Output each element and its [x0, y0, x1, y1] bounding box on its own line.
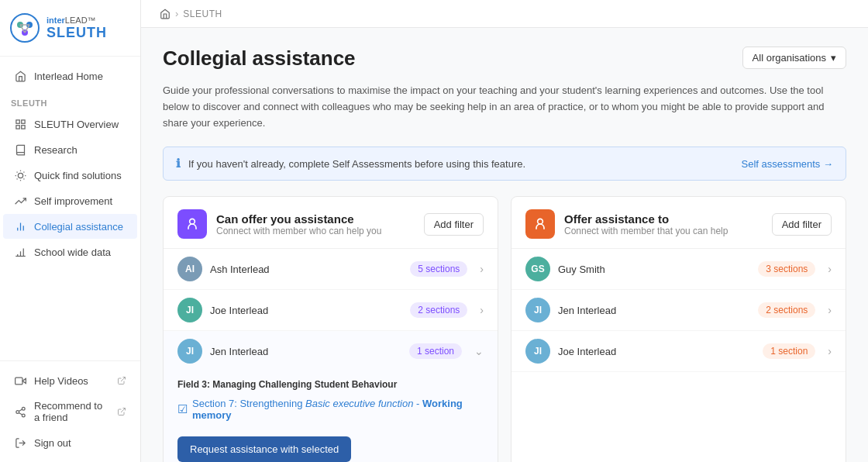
sidebar-item-label: Interlead Home: [34, 71, 103, 82]
svg-rect-28: [15, 378, 22, 384]
svg-line-35: [121, 409, 126, 413]
chevron-right-icon: ›: [828, 345, 832, 357]
person-name: Joe Interlead: [558, 346, 755, 357]
person-name: Ash Interlead: [210, 264, 402, 275]
org-selector[interactable]: All organisations ▾: [742, 47, 846, 69]
info-banner: ℹ If you haven't already, complete Self …: [163, 147, 846, 181]
right-card-header: Offer assistance to Connect with member …: [512, 197, 846, 249]
share-icon: [14, 405, 26, 418]
right-card-header-left: Offer assistance to Connect with member …: [525, 209, 728, 239]
banner-text: If you haven't already, complete Self As…: [188, 158, 525, 170]
chevron-right-icon: ›: [480, 263, 484, 275]
left-person-row-2[interactable]: JI Jen Interlead 1 section ⌄: [164, 331, 498, 371]
section-link-text[interactable]: Section 7: Strengthening Basic executive…: [192, 398, 484, 421]
svg-point-30: [22, 407, 25, 410]
svg-marker-27: [22, 378, 26, 383]
expanded-content: Field 3: Managing Challenging Student Be…: [164, 371, 498, 462]
external-link-icon: [117, 407, 126, 416]
logo: interLEAD™ SLEUTH: [0, 0, 140, 57]
svg-line-14: [16, 171, 17, 172]
sidebar-item-research[interactable]: Research: [3, 137, 137, 162]
sections-badge: 2 sections: [410, 302, 467, 318]
left-person-row-1[interactable]: JI Joe Interlead 2 sections ›: [164, 290, 498, 331]
sidebar-bottom-nav: Help Videos Recommend to a friend Sign o…: [0, 360, 140, 462]
svg-line-15: [23, 178, 24, 179]
svg-point-31: [16, 410, 19, 413]
svg-point-37: [190, 219, 195, 225]
sidebar-item-collegial-assistance[interactable]: Collegial assistance: [3, 214, 137, 239]
sidebar-item-help-videos[interactable]: Help Videos: [3, 368, 137, 393]
page-description: Guide your professional conversations to…: [163, 83, 846, 131]
right-person-row-1[interactable]: JI Jen Interlead 2 sections ›: [512, 290, 846, 331]
sidebar-item-label: Research: [34, 144, 78, 156]
bar-chart-icon: [14, 220, 26, 233]
chevron-right-icon: ›: [828, 263, 832, 275]
right-card-icon: [525, 209, 555, 239]
page-header: Collegial assistance All organisations ▾: [163, 47, 846, 71]
sidebar-item-recommend[interactable]: Recommend to a friend: [3, 394, 137, 429]
left-card-header-left: Can offer you assistance Connect with me…: [177, 209, 381, 239]
chevron-down-icon: ▾: [831, 52, 836, 64]
svg-point-11: [18, 173, 22, 178]
section-mid: -: [413, 398, 422, 409]
avatar: GS: [525, 257, 550, 281]
sections-badge: 3 sections: [758, 261, 815, 277]
svg-line-33: [19, 412, 22, 414]
sidebar-item-label: Quick find solutions: [34, 170, 122, 181]
svg-line-29: [121, 378, 126, 382]
sidebar-item-quick-find[interactable]: Quick find solutions: [3, 163, 137, 188]
left-card-header: Can offer you assistance Connect with me…: [164, 197, 498, 249]
topbar: › SLEUTH: [141, 0, 868, 28]
logo-icon: [9, 12, 40, 43]
checkbox-icon[interactable]: ☑: [177, 402, 188, 416]
logo-inter: interLEAD™: [46, 16, 107, 25]
right-person-row-0[interactable]: GS Guy Smith 3 sections ›: [512, 249, 846, 290]
section-pre: Section 7: Strengthening: [192, 398, 305, 409]
trending-icon: [14, 195, 26, 207]
logout-icon: [14, 436, 26, 449]
svg-rect-8: [21, 119, 24, 122]
person-name: Jen Interlead: [210, 346, 401, 357]
left-card: Can offer you assistance Connect with me…: [163, 196, 498, 462]
sidebar: interLEAD™ SLEUTH Interlead Home SLEUTH …: [0, 0, 141, 462]
sidebar-item-label: School wide data: [34, 247, 111, 258]
request-assistance-button[interactable]: Request assistance with selected: [177, 436, 351, 462]
person-name: Jen Interlead: [558, 305, 750, 316]
sidebar-item-label: Self improvement: [34, 195, 112, 207]
sidebar-navigation: Interlead Home SLEUTH SLEUTH Overview Re…: [0, 57, 140, 360]
sidebar-item-school-wide-data[interactable]: School wide data: [3, 240, 137, 264]
avatar: JI: [177, 298, 202, 322]
left-card-subtitle: Connect with member who can help you: [216, 226, 381, 236]
cards-row: Can offer you assistance Connect with me…: [163, 196, 846, 462]
org-selector-label: All organisations: [753, 52, 826, 64]
sections-badge: 1 section: [763, 343, 815, 359]
self-assessments-link[interactable]: Self assessments →: [742, 158, 834, 170]
page-title: Collegial assistance: [163, 47, 356, 71]
section-link: ☑ Section 7: Strengthening Basic executi…: [164, 395, 498, 429]
svg-point-38: [538, 219, 543, 225]
breadcrumb-separator: ›: [175, 8, 178, 19]
sidebar-item-sleuth-overview[interactable]: SLEUTH Overview: [3, 112, 137, 136]
right-card-add-filter-button[interactable]: Add filter: [772, 213, 832, 236]
left-card-add-filter-button[interactable]: Add filter: [424, 213, 484, 236]
video-icon: [14, 374, 26, 387]
svg-rect-10: [21, 125, 24, 128]
right-card-title-group: Offer assistance to Connect with member …: [564, 212, 728, 236]
logo-text: interLEAD™ SLEUTH: [46, 16, 107, 41]
sidebar-item-self-improvement[interactable]: Self improvement: [3, 188, 137, 213]
svg-rect-7: [16, 119, 19, 122]
right-person-row-2[interactable]: JI Joe Interlead 1 section ›: [512, 331, 846, 372]
external-link-icon: [117, 376, 126, 385]
left-person-row-0[interactable]: AI Ash Interlead 5 sections ›: [164, 249, 498, 290]
right-card-subtitle: Connect with member that you can help: [564, 226, 728, 236]
sidebar-item-interlead-home[interactable]: Interlead Home: [3, 64, 137, 88]
sidebar-item-sign-out[interactable]: Sign out: [3, 430, 137, 455]
right-card-title: Offer assistance to: [564, 212, 728, 226]
sidebar-item-label: Collegial assistance: [34, 221, 123, 233]
bulb-icon: [14, 169, 26, 181]
home-icon: [14, 70, 26, 82]
home-icon[interactable]: [160, 9, 170, 19]
grid-icon: [14, 118, 26, 130]
left-card-title: Can offer you assistance: [216, 212, 381, 226]
book-icon: [14, 143, 26, 156]
